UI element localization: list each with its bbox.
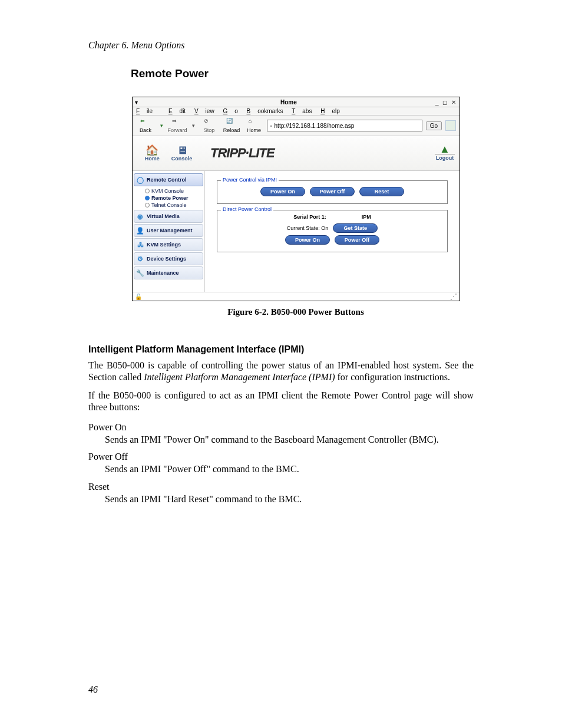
- sidebar-item-virtual-media[interactable]: ◉ Virtual Media: [134, 210, 203, 223]
- reload-button[interactable]: 🔄 Reload: [222, 118, 241, 133]
- home-button[interactable]: ⌂ Home: [244, 118, 263, 133]
- stop-button: ⊘ Stop: [200, 118, 219, 133]
- remote-control-icon: ◯: [136, 176, 144, 184]
- logout-icon: ▲: [430, 146, 459, 153]
- paragraph-1: The B050-000 is capable of controlling t…: [88, 360, 474, 384]
- window-control-buttons: _ ◻ ✕: [435, 99, 457, 106]
- menu-tabs[interactable]: Tabs: [292, 108, 312, 114]
- address-bar[interactable]: ▫ http://192.168.1.188/home.asp: [267, 120, 422, 131]
- main-content: Power Control via IPMI Power On Power Of…: [205, 171, 459, 292]
- section-heading-remote-power: Remote Power: [131, 67, 474, 80]
- def-term-reset: Reset: [88, 482, 474, 492]
- bullet-icon: [145, 189, 150, 193]
- menu-bookmarks[interactable]: Bookmarks: [247, 108, 283, 114]
- back-arrow-icon: ⬅: [140, 118, 151, 127]
- bullet-icon: [145, 196, 150, 200]
- reload-icon: 🔄: [226, 118, 237, 127]
- sidebar-item-maintenance[interactable]: 🔧 Maintenance: [134, 266, 203, 279]
- figure-caption: Figure 6-2. B050-000 Power Buttons: [131, 307, 461, 317]
- header-logout-button[interactable]: ▲ Logout: [430, 146, 459, 161]
- def-desc-reset: Sends an IPMI "Hard Reset" command to th…: [105, 493, 474, 505]
- menubar: File Edit View Go Bookmarks Tabs Help: [133, 107, 459, 116]
- def-desc-power-off: Sends an IPMI "Power Off" command to the…: [105, 463, 474, 475]
- window-title: Home: [142, 99, 435, 106]
- home-nav-icon: 🏠: [146, 145, 158, 156]
- forward-button: ➡ Forward: [168, 118, 187, 133]
- power-control-ipmi-box: Power Control via IPMI Power On Power Of…: [217, 180, 448, 204]
- console-icon: 🖥: [177, 145, 187, 156]
- home-icon: ⌂: [249, 118, 259, 127]
- kvm-settings-icon: 🖧: [136, 241, 144, 249]
- page-icon: ▫: [270, 123, 272, 129]
- def-desc-power-on: Sends an IPMI "Power On" command to the …: [105, 434, 474, 446]
- menu-edit[interactable]: Edit: [168, 108, 186, 114]
- definition-list: Power On Sends an IPMI "Power On" comman…: [88, 422, 474, 505]
- serial-port-label: Serial Port 1:: [293, 214, 326, 220]
- def-term-power-on: Power On: [88, 422, 474, 433]
- direct-power-control-box: Direct Power Control Serial Port 1: IPM …: [217, 210, 448, 252]
- ipmi-power-off-button[interactable]: Power Off: [310, 187, 355, 196]
- back-dropdown[interactable]: ▾: [158, 123, 164, 129]
- sidebar-subitem-remote-power[interactable]: Remote Power: [133, 195, 204, 202]
- device-settings-icon: ⚙: [136, 255, 144, 263]
- ipmi-reset-button[interactable]: Reset: [359, 187, 404, 196]
- direct-power-control-legend: Direct Power Control: [221, 206, 273, 212]
- back-button[interactable]: ⬅ Back: [136, 118, 155, 133]
- current-state-label: Current State: On: [287, 225, 329, 231]
- sidebar-item-user-management[interactable]: 👤 User Management: [134, 224, 203, 237]
- toolbar: ⬅ Back ▾ ➡ Forward ▾ ⊘ Stop 🔄 Reload: [133, 116, 459, 136]
- forward-dropdown: ▾: [190, 123, 196, 129]
- system-menu-icon: ▾: [135, 99, 142, 106]
- serial-port-value: IPM: [362, 214, 371, 220]
- app-header: 🏠 Home 🖥 Console TRIPP·LITE ▲: [133, 136, 459, 171]
- ipmi-power-on-button[interactable]: Power On: [260, 187, 305, 196]
- sidebar-item-remote-control[interactable]: ◯ Remote Control: [134, 173, 203, 186]
- bullet-icon: [145, 203, 150, 207]
- screenshot-browser-window: ▾ Home _ ◻ ✕ File Edit View Go Bookmarks…: [132, 97, 460, 301]
- chapter-header: Chapter 6. Menu Options: [88, 40, 474, 51]
- user-management-icon: 👤: [136, 226, 144, 235]
- window-titlebar: ▾ Home _ ◻ ✕: [133, 97, 459, 107]
- paragraph-2: If the B050-000 is configured to act as …: [88, 390, 474, 414]
- status-bar: 🔓 ⋰: [133, 292, 459, 301]
- forward-arrow-icon: ➡: [172, 118, 183, 127]
- header-home-button[interactable]: 🏠 Home: [145, 145, 160, 162]
- resize-grip-icon: ⋰: [450, 292, 457, 301]
- menu-view[interactable]: View: [194, 108, 214, 114]
- sidebar-subitem-kvm-console[interactable]: KVM Console: [133, 187, 204, 195]
- menu-help[interactable]: Help: [320, 108, 340, 114]
- page-number: 46: [88, 684, 98, 695]
- status-lock-icon: 🔓: [135, 294, 142, 300]
- get-state-button[interactable]: Get State: [333, 223, 378, 233]
- def-term-power-off: Power Off: [88, 452, 474, 462]
- menu-file[interactable]: File: [136, 108, 160, 114]
- header-console-button[interactable]: 🖥 Console: [171, 145, 193, 162]
- throbber-icon: [445, 120, 456, 131]
- sidebar-item-device-settings[interactable]: ⚙ Device Settings: [134, 252, 203, 265]
- url-text: http://192.168.1.188/home.asp: [275, 123, 355, 129]
- virtual-media-icon: ◉: [136, 212, 144, 220]
- menu-go[interactable]: Go: [223, 108, 237, 114]
- sidebar: ◯ Remote Control KVM Console Remote Powe…: [133, 171, 205, 292]
- direct-power-off-button[interactable]: Power Off: [335, 235, 379, 245]
- tripplite-logo: TRIPP·LITE: [210, 146, 275, 161]
- sidebar-subitem-telnet-console[interactable]: Telnet Console: [133, 202, 204, 209]
- maintenance-icon: 🔧: [136, 269, 144, 277]
- subsection-heading-ipmi: Intelligent Platform Management Interfac…: [88, 344, 474, 355]
- direct-power-on-button[interactable]: Power On: [285, 235, 330, 245]
- go-button[interactable]: Go: [426, 121, 442, 130]
- sidebar-item-kvm-settings[interactable]: 🖧 KVM Settings: [134, 238, 203, 251]
- power-control-ipmi-legend: Power Control via IPMI: [221, 177, 279, 183]
- stop-icon: ⊘: [204, 118, 214, 127]
